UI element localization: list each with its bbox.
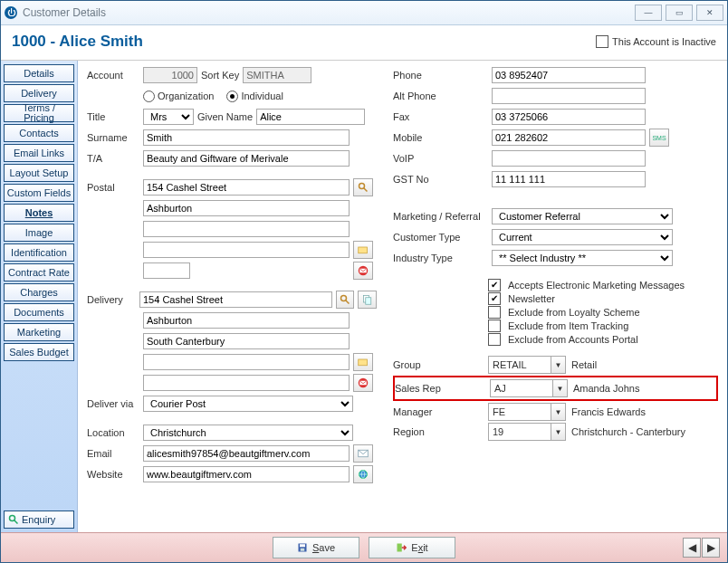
gst-field[interactable] xyxy=(492,171,646,187)
send-email-button[interactable] xyxy=(353,444,373,463)
tab-documents[interactable]: Documents xyxy=(4,303,74,321)
mobile-field[interactable] xyxy=(492,129,646,146)
assoc-salesrep-dropdown[interactable]: ▼ xyxy=(553,379,568,397)
svg-line-3 xyxy=(364,188,368,192)
sms-button[interactable]: SMS xyxy=(649,129,669,147)
tab-marketing[interactable]: Marketing xyxy=(4,323,74,341)
delivery-line-2[interactable] xyxy=(143,312,350,329)
tab-email-links[interactable]: Email Links xyxy=(4,144,74,162)
check-emarketing[interactable] xyxy=(488,279,501,291)
phone-field[interactable] xyxy=(492,67,646,83)
tab-custom-fields[interactable]: Custom Fields xyxy=(4,184,74,202)
delivery-line-5[interactable] xyxy=(143,375,350,391)
save-button[interactable]: SSaveave xyxy=(273,537,359,558)
tab-details[interactable]: Details xyxy=(4,64,74,82)
associations: Group RETAIL ▼ Retail Sales Rep AJ ▼ Ama… xyxy=(393,355,718,442)
location-label: Location xyxy=(87,427,139,438)
check-itemtracking[interactable] xyxy=(488,320,501,332)
assoc-manager-dropdown[interactable]: ▼ xyxy=(551,403,566,421)
marketing-select[interactable]: Customer Referral xyxy=(492,208,673,224)
tab-contacts[interactable]: Contacts xyxy=(4,124,74,142)
minimize-button[interactable]: — xyxy=(635,5,662,21)
delivery-line-4[interactable] xyxy=(143,354,350,370)
email-field[interactable] xyxy=(143,445,350,462)
enquiry-label: Enquiry xyxy=(22,515,55,525)
tab-identification[interactable]: Identification xyxy=(4,243,74,262)
delivery-email-button[interactable] xyxy=(353,374,373,392)
postal-line-4[interactable] xyxy=(143,242,350,258)
check-loyalty[interactable] xyxy=(488,306,501,319)
location-select[interactable]: Christchurch xyxy=(143,425,353,441)
exit-button[interactable]: ExExitit xyxy=(369,537,455,558)
delivery-lookup-button[interactable] xyxy=(336,291,355,309)
assoc-salesrep-label: Sales Rep xyxy=(395,383,490,394)
maximize-button[interactable]: ▭ xyxy=(666,5,693,21)
tab-image[interactable]: Image xyxy=(4,224,74,242)
postal-line-1[interactable] xyxy=(143,179,350,196)
ta-field[interactable] xyxy=(143,150,350,167)
voip-label: VoIP xyxy=(393,153,488,164)
check-emarketing-label: Accepts Electronic Marketing Messages xyxy=(508,280,685,291)
fax-field[interactable] xyxy=(492,109,646,125)
postal-line-2[interactable] xyxy=(143,200,350,216)
svg-rect-10 xyxy=(359,359,368,366)
mobile-label: Mobile xyxy=(393,132,488,143)
postal-code[interactable] xyxy=(143,262,190,279)
delivery-line-1[interactable] xyxy=(139,291,332,308)
account-label: Account xyxy=(87,70,139,81)
website-label: Website xyxy=(87,469,139,480)
tab-sales-budget[interactable]: Sales Budget xyxy=(4,343,74,361)
delivery-line-3[interactable] xyxy=(143,333,350,349)
delivery-copy-button[interactable] xyxy=(358,291,377,309)
globe-icon xyxy=(358,469,369,480)
given-name-field[interactable] xyxy=(256,109,365,125)
assoc-salesrep-code[interactable]: AJ xyxy=(490,379,553,397)
prev-record-button[interactable]: ◀ xyxy=(683,538,701,558)
assoc-region-code[interactable]: 19 xyxy=(488,423,551,441)
assoc-manager-code[interactable]: FE xyxy=(488,403,551,421)
sms-icon: SMS xyxy=(652,135,666,141)
window-title: Customer Details xyxy=(23,6,106,19)
customer-type-select[interactable]: Current xyxy=(492,229,673,245)
inactive-checkbox[interactable] xyxy=(596,35,608,48)
mail-icon xyxy=(358,377,369,388)
check-newsletter[interactable] xyxy=(488,292,501,305)
title-select[interactable]: Mrs xyxy=(143,109,194,125)
marketing-label: Marketing / Referral xyxy=(393,211,488,222)
postal-email-button[interactable] xyxy=(353,262,373,280)
tab-delivery[interactable]: Delivery xyxy=(4,84,74,102)
altphone-field[interactable] xyxy=(492,88,646,104)
tab-layout-setup[interactable]: Layout Setup xyxy=(4,164,74,182)
type-organization-radio[interactable]: Organization xyxy=(143,91,214,102)
tab-terms-pricing[interactable]: Terms / Pricing xyxy=(4,104,74,122)
next-record-button[interactable]: ▶ xyxy=(702,538,720,558)
deliver-via-select[interactable]: Courier Post xyxy=(143,396,353,412)
delivery-map-button[interactable] xyxy=(353,353,373,371)
tab-contract-rate[interactable]: Contract Rate xyxy=(4,263,74,282)
gst-label: GST No xyxy=(393,174,488,185)
postal-map-button[interactable] xyxy=(353,241,373,259)
assoc-manager-name: Francis Edwards xyxy=(571,406,646,417)
check-accountsportal[interactable] xyxy=(488,333,501,346)
tab-charges[interactable]: Charges xyxy=(4,283,74,301)
search-icon xyxy=(8,514,19,525)
tab-notes[interactable]: Notes xyxy=(4,204,74,222)
search-icon xyxy=(340,294,350,305)
svg-rect-15 xyxy=(300,544,305,547)
svg-point-2 xyxy=(359,184,365,189)
industry-select[interactable]: ** Select Industry ** xyxy=(492,250,673,266)
given-label: Given Name xyxy=(197,111,253,122)
type-individual-radio[interactable]: Individual xyxy=(226,91,283,102)
assoc-group-dropdown[interactable]: ▼ xyxy=(551,356,566,374)
assoc-group-code[interactable]: RETAIL xyxy=(488,356,551,374)
surname-field[interactable] xyxy=(143,129,350,146)
svg-point-6 xyxy=(341,296,347,301)
close-button[interactable]: ✕ xyxy=(696,5,723,21)
enquiry-button[interactable]: Enquiry xyxy=(4,511,74,529)
postal-lookup-button[interactable] xyxy=(353,178,373,196)
postal-line-3[interactable] xyxy=(143,221,350,237)
voip-field[interactable] xyxy=(492,150,646,167)
website-field[interactable] xyxy=(143,466,350,482)
open-website-button[interactable] xyxy=(353,465,373,483)
assoc-region-dropdown[interactable]: ▼ xyxy=(551,423,566,441)
